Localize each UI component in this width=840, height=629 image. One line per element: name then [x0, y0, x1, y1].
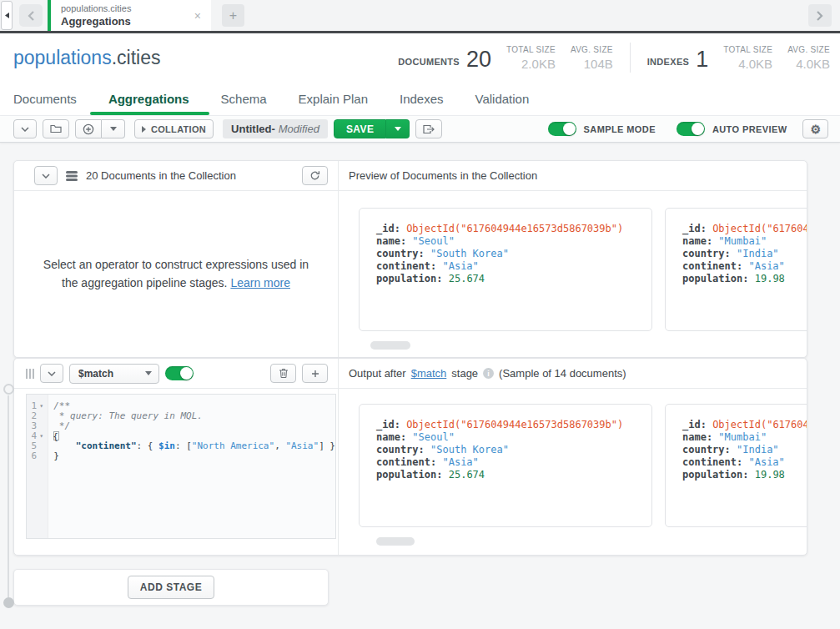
- code-line[interactable]: * query: The query in MQL.: [53, 411, 335, 421]
- pipeline-name-label: Untitled- Modified: [223, 119, 328, 138]
- documents-avg-size-label: AVG. SIZE: [571, 45, 613, 54]
- collection-tab-aggregations[interactable]: Aggregations: [108, 82, 189, 115]
- tab-namespace: populations.cities: [61, 3, 211, 13]
- learn-more-link[interactable]: Learn more: [230, 276, 290, 289]
- collection-header: populations.cities DOCUMENTS 20 TOTAL SI…: [0, 33, 840, 116]
- document-field-population: population: 25.674: [376, 469, 651, 481]
- tabs-scroll-left-button[interactable]: [19, 4, 43, 27]
- collection-tab-explain-plan[interactable]: Explain Plan: [299, 82, 368, 115]
- document-field-continent: continent: "Asia": [682, 456, 807, 469]
- stage-editor-pane: 1▾234▾56 /** * query: The query in MQL. …: [14, 389, 338, 555]
- trash-icon: [279, 368, 289, 379]
- new-pipeline-button[interactable]: [75, 119, 102, 138]
- stage-code-editor[interactable]: 1▾234▾56 /** * query: The query in MQL. …: [26, 394, 336, 539]
- stage-operator-select[interactable]: $match: [69, 364, 159, 384]
- gutter-line: 5: [27, 441, 48, 451]
- document-card[interactable]: _id: ObjectId("6176049name: "Mumbai"coun…: [665, 208, 807, 331]
- collection-stack-icon: [66, 171, 78, 181]
- code-line[interactable]: */: [53, 421, 335, 431]
- match-stage-doc-link[interactable]: $match: [411, 367, 447, 380]
- sample-mode-toggle-wrap[interactable]: SAMPLE MODE: [548, 122, 656, 136]
- document-field-continent: continent: "Asia": [376, 260, 651, 273]
- chevron-down-icon: [48, 371, 56, 376]
- stats-divider: [630, 43, 631, 73]
- refresh-documents-button[interactable]: [302, 166, 328, 185]
- save-button-group: SAVE: [334, 119, 410, 138]
- chevron-right-icon: [817, 11, 823, 21]
- documents-count: 20: [466, 49, 491, 71]
- document-field-country: country: "South Korea": [376, 444, 651, 456]
- document-field-name: name: "Mumbai": [682, 235, 807, 248]
- stage-collapse-button[interactable]: [40, 364, 63, 383]
- pipeline-settings-button[interactable]: ⚙: [802, 119, 828, 138]
- sidebar-collapse-button[interactable]: [1, 1, 13, 30]
- document-card[interactable]: _id: ObjectId("617604944e16573d5867039b"…: [359, 404, 652, 527]
- gutter-line[interactable]: 4▾: [27, 431, 48, 441]
- export-pipeline-button[interactable]: [415, 119, 442, 138]
- stage-enabled-toggle[interactable]: [165, 366, 194, 380]
- add-stage-card: ADD STAGE: [13, 569, 329, 606]
- collection-tab-documents[interactable]: Documents: [13, 82, 77, 115]
- document-card[interactable]: _id: ObjectId("617604944e16573d5867039b"…: [359, 208, 652, 331]
- source-collapse-button[interactable]: [34, 166, 58, 185]
- indexes-stats: INDEXES 1 TOTAL SIZE 4.0KB AVG. SIZE 4.0…: [647, 45, 830, 71]
- caret-down-icon: [145, 371, 152, 375]
- document-field-population: population: 19.98: [682, 469, 807, 481]
- documents-total-size-label: TOTAL SIZE: [506, 45, 556, 54]
- database-name-link[interactable]: populations: [13, 47, 112, 68]
- open-saved-pipelines-button[interactable]: [43, 119, 69, 138]
- match-preview-pane: _id: ObjectId("617604944e16573d5867039b"…: [338, 389, 807, 555]
- plus-circle-icon: [83, 123, 94, 135]
- indexes-total-size-value: 4.0KB: [738, 57, 772, 71]
- indexes-label: INDEXES: [647, 57, 689, 71]
- stage-timeline-ring: [3, 384, 14, 395]
- delete-stage-button[interactable]: [270, 364, 296, 383]
- chevron-down-icon: [42, 174, 50, 179]
- add-stage-button[interactable]: ADD STAGE: [128, 576, 214, 599]
- add-stage-after-button[interactable]: [302, 364, 328, 383]
- tab-bar-spacer: [244, 0, 803, 31]
- document-field-name: name: "Mumbai": [682, 431, 807, 444]
- stage-timeline-dot: [3, 597, 14, 608]
- gutter-line[interactable]: 1▾: [27, 401, 48, 411]
- stage-drag-handle-icon[interactable]: [26, 369, 34, 379]
- indexes-total-size-label: TOTAL SIZE: [723, 45, 772, 54]
- pipeline-toolbar: COLLATION Untitled- Modified SAVE SAMPLE…: [0, 116, 840, 143]
- workspace-tab-populations-cities[interactable]: populations.cities Aggregations ×: [48, 0, 211, 31]
- save-button[interactable]: SAVE: [334, 119, 386, 138]
- collection-tab-schema[interactable]: Schema: [221, 82, 267, 115]
- collection-tab-validation[interactable]: Validation: [475, 82, 530, 115]
- document-card[interactable]: _id: ObjectId("6176049name: "Mumbai"coun…: [665, 404, 807, 527]
- document-field-population: population: 25.674: [376, 273, 651, 285]
- caret-down-icon: [395, 127, 401, 131]
- caret-right-icon: [142, 126, 146, 133]
- save-menu-button[interactable]: [386, 119, 410, 138]
- auto-preview-toggle[interactable]: [677, 122, 705, 136]
- horizontal-scrollbar[interactable]: [376, 537, 415, 546]
- stage-timeline-line: [8, 395, 9, 597]
- info-icon[interactable]: i: [483, 368, 494, 379]
- document-field-name: name: "Seoul": [376, 235, 651, 248]
- code-line[interactable]: "continent": { $in: ["North America", "A…: [53, 441, 335, 451]
- match-document-cards: _id: ObjectId("617604944e16573d5867039b"…: [359, 404, 807, 527]
- code-line[interactable]: }: [53, 451, 335, 461]
- collapse-all-stages-button[interactable]: [13, 119, 37, 138]
- code-fold-icon: ▾: [37, 401, 46, 411]
- export-icon: [423, 124, 435, 134]
- collection-tab-indexes[interactable]: Indexes: [400, 82, 444, 115]
- documents-stats: DOCUMENTS 20 TOTAL SIZE 2.0KB AVG. SIZE …: [398, 45, 612, 71]
- documents-label: DOCUMENTS: [398, 57, 460, 71]
- editor-code[interactable]: /** * query: The query in MQL. */{ "cont…: [48, 395, 335, 538]
- tab-close-icon[interactable]: ×: [194, 9, 201, 23]
- document-field-_id: _id: ObjectId("6176049: [682, 419, 807, 431]
- sample-mode-toggle[interactable]: [548, 122, 576, 136]
- tabs-scroll-right-button[interactable]: [808, 4, 832, 27]
- new-tab-button[interactable]: +: [222, 4, 244, 27]
- sample-note: (Sample of 14 documents): [499, 367, 626, 380]
- collation-toggle-button[interactable]: COLLATION: [134, 119, 214, 138]
- auto-preview-toggle-wrap[interactable]: AUTO PREVIEW: [677, 122, 787, 136]
- toggle-knob: [563, 123, 576, 135]
- horizontal-scrollbar[interactable]: [370, 341, 410, 350]
- new-pipeline-menu-button[interactable]: [102, 119, 125, 138]
- folder-open-icon: [50, 124, 62, 133]
